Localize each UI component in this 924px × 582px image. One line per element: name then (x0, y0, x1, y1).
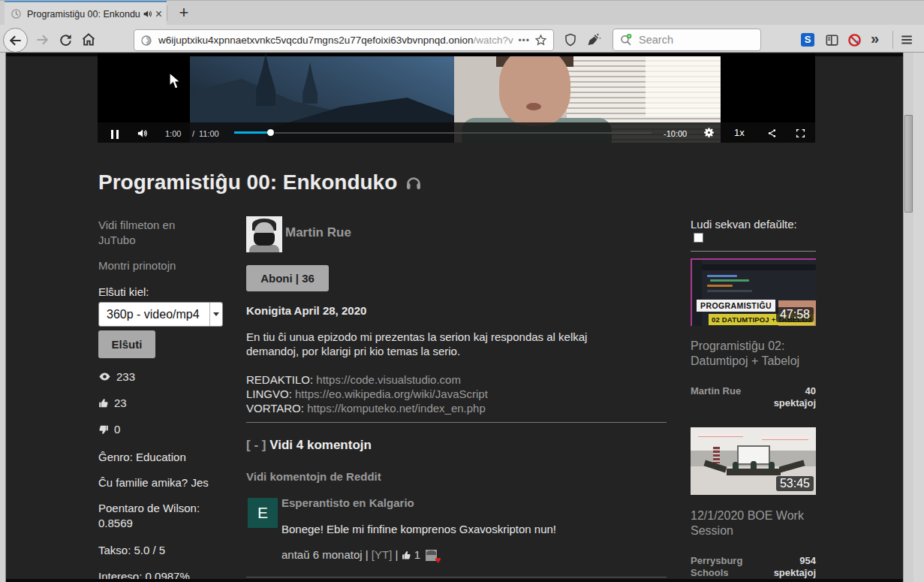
mouse-cursor (169, 72, 182, 93)
wilson-score-text: Poentaro de Wilson: 0.8569 (98, 501, 215, 530)
volume-icon[interactable] (137, 128, 148, 142)
show-transcript-link[interactable]: Montri prinotojn (98, 258, 227, 273)
editor-link[interactable]: https://code.visualstudio.com (316, 373, 461, 386)
comment-author[interactable]: Esperantisto en Kalgario (281, 496, 414, 509)
related-video-views: 40 spektaĵoj (762, 385, 816, 410)
channel-avatar[interactable] (246, 216, 282, 252)
tab-bar: Programistiĝu 00: Enkondu × + (0, 0, 924, 25)
progress-knob[interactable] (267, 129, 274, 136)
download-button[interactable]: Elŝuti (98, 330, 155, 358)
search-input[interactable] (639, 34, 744, 46)
tab-close-icon[interactable]: × (155, 9, 162, 20)
tab-favicon-icon (11, 8, 22, 20)
sidebar-divider (691, 251, 816, 252)
share-icon[interactable] (767, 128, 777, 141)
toolbar-separator (892, 31, 893, 49)
comment-likes-count: 1 (414, 548, 420, 561)
related-video-thumbnail[interactable]: 53:45 (691, 427, 816, 495)
thumbs-up-icon (98, 398, 109, 409)
video-player[interactable]: 1:00 / 11:00 -10:00 1x (98, 53, 815, 143)
select-dropdown-arrow-icon (209, 303, 222, 326)
reload-icon[interactable] (57, 32, 74, 48)
subscribe-button[interactable]: Aboni | 36 (246, 265, 329, 291)
clean-broom-icon[interactable] (585, 32, 602, 48)
bookmark-star-icon[interactable] (534, 34, 547, 47)
video-title-text: Programistiĝu 00: Enkonduko (98, 170, 397, 195)
related-video-title[interactable]: 12/1/2020 BOE Work Session (691, 508, 816, 538)
pause-button[interactable] (110, 128, 120, 142)
page-content: 1:00 / 11:00 -10:00 1x Programistiĝu 00:… (6, 53, 903, 582)
page-actions-icon[interactable]: ••• (518, 35, 530, 46)
url-bar[interactable]: w6ijuptxiku4xpnnaetxvnkc5vqcdu7mgns2u77q… (134, 29, 554, 51)
views-count: 233 (116, 370, 135, 383)
home-icon[interactable] (80, 32, 97, 48)
thumbnail-overlay-text: PROGRAMISTIĜU (697, 300, 775, 312)
reddit-comments-link[interactable]: Vidi komentojn de Reddit (246, 470, 381, 483)
new-tab-button[interactable]: + (173, 2, 195, 24)
published-date: Konigita April 28, 2020 (246, 304, 366, 317)
related-video-channel[interactable]: Perrysburg Schools (691, 555, 757, 580)
tab-audio-icon[interactable] (143, 9, 152, 19)
views-stat: 233 (98, 370, 135, 383)
video-duration-badge: 47:58 (776, 307, 814, 322)
comment-source-link[interactable]: [YT] (372, 548, 393, 561)
search-icon (619, 33, 633, 47)
download-label: Elŝuti kiel: (98, 285, 227, 300)
autoplay-checkbox[interactable] (694, 233, 703, 243)
stylus-extension-icon[interactable]: S (801, 33, 814, 47)
rating-text: Takso: 5.0 / 5 (98, 543, 227, 558)
related-video-title[interactable]: Programistiĝu 02: Datumtipoj + Tabeloj (691, 339, 816, 368)
noscript-extension-icon[interactable] (846, 32, 862, 48)
comment-text: Bonege! Eble mi finfine komprenos Gxavos… (281, 523, 556, 535)
settings-gear-icon[interactable] (703, 126, 715, 142)
download-format-select[interactable]: 360p - video/mp4 (98, 302, 223, 327)
views-eye-icon (98, 372, 111, 381)
editor-row: REDAKTILO: https://code.visualstudio.com (246, 373, 461, 386)
genre-text: Ĝenro: Education (98, 450, 227, 465)
related-video-channel[interactable]: Martin Rue (691, 385, 741, 410)
likes-count: 23 (114, 397, 127, 409)
search-bar[interactable] (612, 29, 761, 51)
comments-collapse-toggle[interactable]: [ - ] (246, 438, 266, 452)
menu-hamburger-icon[interactable] (898, 32, 915, 48)
comment-time: antaŭ 6 monatoj (281, 548, 363, 561)
description-divider (246, 422, 667, 423)
progress-bar-track[interactable] (275, 132, 652, 134)
page-scrollbar[interactable] (903, 53, 913, 582)
related-video-views: 954 spektaĵoj (762, 555, 816, 580)
site-identity-icon[interactable] (140, 35, 152, 47)
family-friendly-text: Ĉu familie amika? Jes (98, 475, 233, 490)
time-separator: / (192, 129, 194, 138)
language-row: LINGVO: https://eo.wikipedia.org/wiki/Ja… (246, 387, 488, 400)
browser-tab[interactable]: Programistiĝu 00: Enkondu × (5, 1, 167, 26)
comments-header: Vidi 4 komentojn (269, 438, 372, 452)
editor-label: REDAKTILO: (246, 373, 313, 386)
autoplay-label: Ludi sekvan defaŭlte: (691, 218, 816, 231)
language-link[interactable]: https://eo.wikipedia.org/wiki/JavaScript (295, 387, 488, 400)
forward-button[interactable] (34, 32, 50, 48)
comment-avatar[interactable]: E (248, 498, 278, 528)
related-video-thumbnail[interactable]: PROGRAMISTIĜU 02 DATUMTIPOJ + TABELOJ 47… (691, 258, 816, 326)
creator-heart-icon: ♥ (426, 550, 437, 561)
shield-icon[interactable] (562, 32, 579, 48)
progress-bar-filled[interactable] (234, 131, 269, 134)
fullscreen-icon[interactable] (796, 128, 805, 141)
scrollbar-thumb[interactable] (904, 115, 913, 213)
url-host: w6ijuptxiku4xpnnaetxvnkc5vqcdu7mgns2u77q… (158, 35, 474, 46)
back-button[interactable] (3, 28, 28, 53)
sidebar-toggle-icon[interactable] (823, 32, 840, 48)
window-right-edge (913, 53, 924, 582)
watch-on-jutubo-link[interactable]: Vidi filmeton en JuTubo (98, 218, 192, 247)
comment-thumbs-up-icon (402, 550, 411, 560)
comment-meta: antaŭ 6 monatoj | [YT] | 1 ♥ (281, 548, 437, 561)
playback-speed-button[interactable]: 1x (734, 127, 745, 138)
total-duration: 11:00 (199, 129, 219, 138)
download-format-value: 360p - video/mp4 (99, 308, 209, 321)
toolbar-overflow-icon[interactable]: » (871, 30, 879, 47)
dislikes-stat: 0 (98, 423, 120, 436)
channel-name[interactable]: Martin Rue (285, 225, 351, 240)
player-control-bar: 1:00 / 11:00 -10:00 1x (98, 122, 815, 143)
dictionary-link[interactable]: https://komputeko.net/index_en.php (307, 402, 486, 415)
dictionary-row: VORTARO: https://komputeko.net/index_en.… (246, 402, 486, 415)
url-text[interactable]: w6ijuptxiku4xpnnaetxvnkc5vqcdu7mgns2u77q… (158, 35, 513, 46)
